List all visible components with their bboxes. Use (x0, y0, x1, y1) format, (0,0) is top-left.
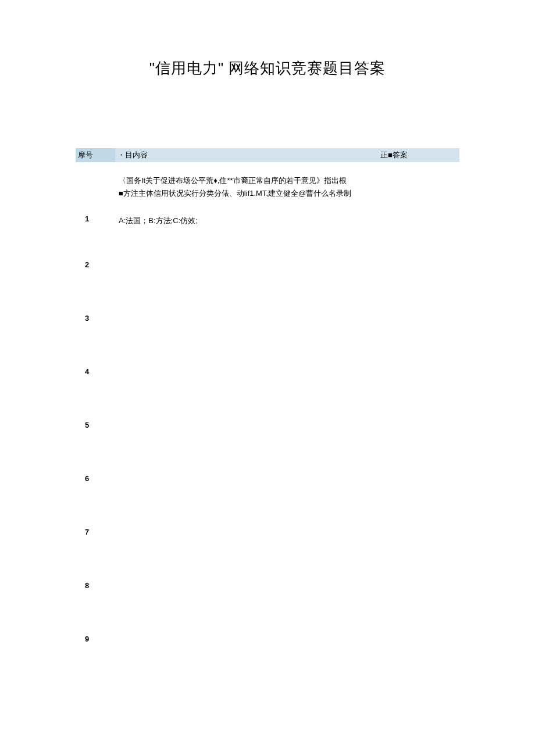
seq-cell: 4 (76, 367, 115, 376)
table-row: 4 (76, 345, 459, 399)
seq-cell: 9 (76, 635, 115, 643)
content-cell (115, 360, 378, 384)
content-line: A:法国；B:方法;C:仿效; (119, 215, 361, 227)
document-page: "信用电力" 网络知识竞赛题目答案 摩号 ・目内容 正■答案 1 〈国务It关于… (0, 0, 535, 689)
content-cell (115, 467, 378, 490)
table-row: 9 (76, 612, 459, 666)
content-cell (115, 628, 378, 651)
seq-cell: 1 (76, 162, 115, 223)
header-answer: 正■答案 (378, 148, 459, 162)
content-cell (115, 521, 378, 544)
header-content: ・目内容 (115, 148, 378, 162)
answer-table: 摩号 ・目内容 正■答案 1 〈国务It关于促进布场公平荒♦,住**市裔正常自序… (76, 148, 459, 666)
content-cell (115, 307, 378, 330)
page-title: "信用电力" 网络知识竞赛题目答案 (76, 58, 459, 78)
content-cell (115, 574, 378, 597)
table-row: 6 (76, 452, 459, 506)
content-cell: 〈国务It关于促进布场公平荒♦,住**市裔正常自序的若干意见》指出根 ■方注主体… (115, 162, 378, 238)
seq-cell: 2 (76, 260, 115, 269)
content-line: 〈国务It关于促进布场公平荒♦,住**市裔正常自序的若干意见》指出根 (119, 175, 361, 187)
content-line: ■方注主体信用状况实行分类分俵、动lif1.MT,建立健全@曹什么名录制 (119, 188, 361, 199)
table-row: 1 〈国务It关于促进布场公平荒♦,住**市裔正常自序的若干意见》指出根 ■方注… (76, 162, 459, 238)
table-row: 2 (76, 238, 459, 292)
table-row: 3 (76, 292, 459, 345)
content-cell (115, 253, 378, 277)
seq-cell: 3 (76, 314, 115, 323)
seq-cell: 6 (76, 474, 115, 483)
header-seq: 摩号 (76, 148, 115, 162)
seq-cell: 5 (76, 421, 115, 429)
content-cell (115, 414, 378, 437)
table-row: 8 (76, 559, 459, 612)
seq-cell: 8 (76, 581, 115, 590)
seq-cell: 7 (76, 528, 115, 536)
table-row: 7 (76, 506, 459, 559)
table-header-row: 摩号 ・目内容 正■答案 (76, 148, 459, 162)
table-row: 5 (76, 399, 459, 452)
